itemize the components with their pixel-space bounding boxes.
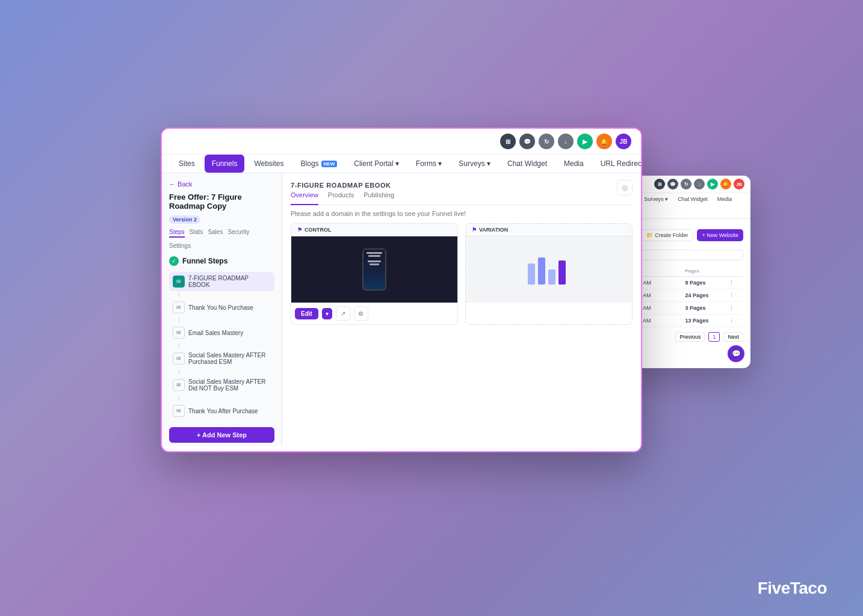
fw-nav-forms[interactable]: Forms ▾ (409, 155, 449, 173)
step-connector (179, 318, 179, 322)
fw-main: 7-FIGURE ROADMAP EBOOK Overview Products… (282, 173, 641, 446)
step-connector (179, 292, 179, 297)
fw-content: ← Back Free Offer: 7 Figure Roadmap Copy… (162, 173, 641, 446)
bw-refresh-icon[interactable]: ↻ (681, 179, 691, 189)
fw-page-title: Free Offer: 7 Figure Roadmap Copy (169, 192, 274, 211)
bw-grid-icon[interactable]: ⊞ (654, 179, 665, 189)
folder-icon: 📁 (646, 232, 653, 238)
bw-top-icons: ⊞ 💬 ↻ ↓ ▶ 🔔 JB (654, 179, 744, 189)
chat-widget-icon[interactable]: 💬 (728, 345, 744, 362)
bw-nav-media[interactable]: Media (713, 193, 737, 205)
bw-actions: 📁 Create Folder + New Website (641, 229, 743, 241)
fw-nav: Sites Funnels Websites Blogs NEW Client … (162, 155, 641, 173)
funnel-steps-header: ✓ Funnel Steps (169, 256, 274, 266)
control-header: ⚑ CONTROL (291, 224, 457, 236)
section-tab-products[interactable]: Products (328, 191, 354, 201)
step-item-6[interactable]: ✉ Thank You After Purchase (169, 402, 274, 420)
control-actions: Edit ▾ ↗ ⚙ (291, 303, 457, 324)
tab-stats[interactable]: Stats (190, 229, 203, 238)
fw-refresh-icon[interactable]: ↻ (539, 134, 554, 149)
step-email-icon-4: ✉ (173, 353, 185, 365)
variation-preview-empty (466, 236, 632, 303)
step-email-icon-1: ✉ (173, 276, 185, 288)
bw-download-icon[interactable]: ↓ (694, 179, 705, 189)
control-preview (291, 236, 457, 303)
logo-five: Five (758, 579, 790, 597)
step-email-icon-5: ✉ (173, 379, 185, 391)
back-link[interactable]: ← Back (169, 180, 274, 188)
current-page: 1 (708, 332, 720, 342)
step-item-5[interactable]: ✉ Social Sales Mastery AFTER Did NOT Buy… (169, 375, 274, 395)
fw-nav-urlredirects[interactable]: URL Redirects (593, 155, 642, 173)
funnel-steps-title: Funnel Steps (182, 257, 227, 265)
create-folder-button[interactable]: 📁 Create Folder (641, 229, 693, 241)
fw-nav-chatwidget[interactable]: Chat Widget (500, 155, 554, 173)
fw-grid-icon[interactable]: ⊞ (500, 134, 516, 149)
fivetaco-logo: FiveTaco (758, 579, 827, 598)
bw-bell-icon[interactable]: 🔔 (720, 179, 731, 189)
screenshot-button[interactable]: ◎ (617, 180, 633, 196)
fw-play-icon[interactable]: ▶ (577, 134, 593, 149)
bw-nav-surveys[interactable]: Surveys ▾ (640, 193, 672, 205)
new-website-button[interactable]: + New Website (697, 229, 743, 241)
step-connector (179, 396, 179, 401)
edit-dropdown-button[interactable]: ▾ (322, 308, 332, 319)
fw-nav-media[interactable]: Media (557, 155, 591, 173)
fw-download-icon[interactable]: ↓ (558, 134, 574, 149)
tab-settings[interactable]: Settings (169, 242, 191, 250)
tab-steps[interactable]: Steps (169, 229, 185, 238)
fw-user-icon[interactable]: JB (616, 134, 631, 149)
step-item-1[interactable]: ✉ 7-FIGURE ROADMAP EBOOK (169, 272, 274, 291)
tab-sales[interactable]: Sales (208, 229, 223, 238)
funnels-window: ⊞ 💬 ↻ ↓ ▶ 🔔 JB Sites Funnels Websites Bl… (161, 128, 642, 452)
bw-chat-icon[interactable]: 💬 (667, 179, 678, 189)
external-link-icon[interactable]: ↗ (336, 306, 350, 321)
step-email-icon-2: ✉ (173, 301, 185, 313)
step-item-3[interactable]: ✉ Email Sales Mastery (169, 324, 274, 342)
phone-mockup (362, 248, 386, 291)
svg-rect-2 (548, 270, 555, 285)
col-pages: Pages (681, 266, 725, 277)
logo-taco: Taco (790, 579, 827, 597)
variation-row: ⚑ CONTROL (291, 223, 633, 325)
variation-header: ⚑ VARIATION (466, 224, 632, 236)
fw-nav-blogs[interactable]: Blogs NEW (294, 155, 345, 173)
prev-page-button[interactable]: Previous (675, 332, 705, 342)
section-tab-publishing[interactable]: Publishing (363, 191, 394, 201)
tab-security[interactable]: Security (227, 229, 249, 238)
variation-box: ⚑ VARIATION (465, 223, 633, 325)
version-badge: Version 2 (169, 215, 200, 224)
fw-nav-surveys[interactable]: Surveys ▾ (451, 155, 498, 173)
bw-nav-chatwidget[interactable]: Chat Widget (673, 193, 712, 205)
svg-rect-1 (538, 257, 545, 285)
section-title: 7-FIGURE ROADMAP EBOOK (291, 182, 633, 189)
section-tabs: Overview Products Publishing (291, 191, 633, 205)
check-icon: ✓ (169, 256, 179, 266)
step-email-icon-6: ✉ (173, 405, 185, 417)
fw-top-icons: ⊞ 💬 ↻ ↓ ▶ 🔔 JB (500, 134, 631, 149)
fw-page-tabs: Steps Stats Sales Security Settings (169, 229, 274, 250)
fw-nav-funnels[interactable]: Funnels (205, 155, 245, 173)
next-page-button[interactable]: Next (723, 332, 743, 342)
add-step-button[interactable]: + Add New Step (169, 427, 274, 443)
fw-sidebar: ← Back Free Offer: 7 Figure Roadmap Copy… (162, 173, 282, 446)
step-connector (179, 343, 179, 348)
fw-topbar: ⊞ 💬 ↻ ↓ ▶ 🔔 JB (162, 129, 641, 155)
svg-rect-0 (528, 263, 535, 285)
fw-bell-icon[interactable]: 🔔 (596, 134, 612, 149)
fw-chat-icon[interactable]: 💬 (519, 134, 535, 149)
phone-screen (363, 250, 385, 289)
section-tab-overview[interactable]: Overview (291, 191, 318, 205)
step-item-4[interactable]: ✉ Social Sales Mastery AFTER Purchased E… (169, 349, 274, 368)
step-email-icon-3: ✉ (173, 327, 185, 339)
edit-button[interactable]: Edit (295, 308, 318, 319)
fw-nav-sites[interactable]: Sites (172, 155, 202, 173)
fw-nav-websites[interactable]: Websites (247, 155, 291, 173)
step-item-2[interactable]: ✉ Thank You No Purchase (169, 298, 274, 316)
settings-icon[interactable]: ⚙ (354, 306, 368, 321)
bw-play-icon[interactable]: ▶ (707, 179, 718, 189)
chart-placeholder (525, 251, 573, 288)
step-connector (179, 369, 179, 374)
bw-user-icon[interactable]: JB (734, 179, 744, 189)
fw-nav-clientportal[interactable]: Client Portal ▾ (347, 155, 406, 173)
